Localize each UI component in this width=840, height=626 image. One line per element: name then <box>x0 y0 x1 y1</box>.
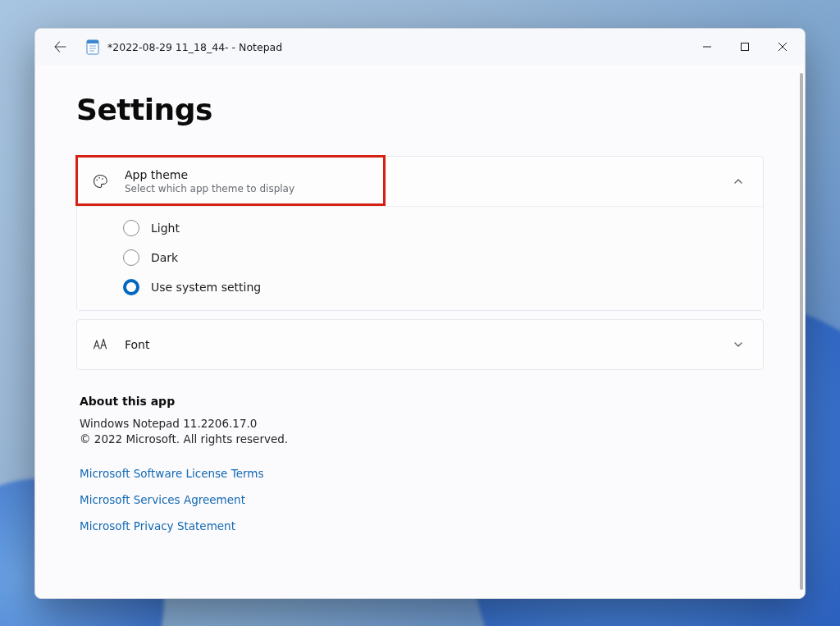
chevron-up-icon <box>730 173 746 190</box>
close-icon <box>778 43 787 51</box>
app-window: *2022-08-29 11_18_44- - Notepad Settings… <box>34 28 806 599</box>
app-theme-expander[interactable]: App theme Select which app theme to disp… <box>77 157 763 206</box>
content-area: Settings App theme Select which app them… <box>35 65 805 598</box>
svg-rect-1 <box>87 40 98 43</box>
window-title: *2022-08-29 11_18_44- - Notepad <box>107 41 282 53</box>
vertical-scrollbar[interactable] <box>800 73 803 590</box>
font-expander[interactable]: Font <box>77 320 763 369</box>
about-section: About this app Windows Notepad 11.2206.1… <box>80 395 760 532</box>
font-icon <box>90 335 110 354</box>
maximize-icon <box>741 43 749 51</box>
app-theme-title: App theme <box>125 167 730 182</box>
theme-option-light[interactable]: Light <box>77 213 763 243</box>
page-title: Settings <box>76 93 764 126</box>
titlebar: *2022-08-29 11_18_44- - Notepad <box>35 29 805 65</box>
theme-option-system[interactable]: Use system setting <box>77 272 763 302</box>
chevron-down-icon <box>730 336 746 353</box>
palette-icon <box>90 171 110 191</box>
minimize-icon <box>703 43 711 51</box>
close-button[interactable] <box>764 34 801 60</box>
about-copyright: © 2022 Microsoft. All rights reserved. <box>80 432 760 447</box>
link-license-terms[interactable]: Microsoft Software License Terms <box>80 467 760 480</box>
svg-point-8 <box>98 177 100 179</box>
link-services-agreement[interactable]: Microsoft Services Agreement <box>80 493 760 506</box>
svg-point-9 <box>102 178 103 180</box>
app-theme-subtitle: Select which app theme to display <box>125 183 730 196</box>
svg-point-7 <box>96 180 98 181</box>
back-button[interactable] <box>45 32 75 62</box>
back-arrow-icon <box>53 40 66 53</box>
minimize-button[interactable] <box>688 34 726 60</box>
theme-option-dark[interactable]: Dark <box>77 243 763 272</box>
maximize-button[interactable] <box>726 34 764 60</box>
link-privacy-statement[interactable]: Microsoft Privacy Statement <box>80 519 760 532</box>
theme-option-label: Use system setting <box>151 281 261 294</box>
font-card: Font <box>76 319 764 370</box>
radio-checked-icon <box>123 279 139 295</box>
radio-unchecked-icon <box>123 249 139 266</box>
theme-option-label: Dark <box>151 251 178 264</box>
font-title: Font <box>125 337 730 352</box>
about-heading: About this app <box>80 395 760 408</box>
notepad-app-icon <box>86 39 99 55</box>
about-version: Windows Notepad 11.2206.17.0 <box>80 416 760 432</box>
theme-option-label: Light <box>151 222 180 235</box>
app-theme-options: Light Dark Use system setting <box>77 206 763 310</box>
radio-unchecked-icon <box>123 220 139 236</box>
svg-rect-6 <box>742 43 749 51</box>
app-theme-card: App theme Select which app theme to disp… <box>76 156 764 311</box>
